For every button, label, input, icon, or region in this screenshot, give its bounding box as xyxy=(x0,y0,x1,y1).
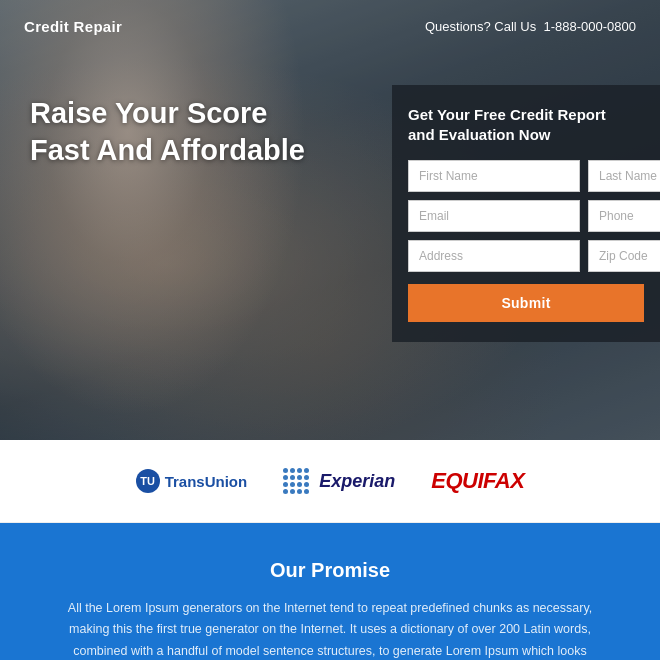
submit-button[interactable]: Submit xyxy=(408,284,644,322)
form-row-name xyxy=(408,160,644,192)
hero-text: Raise Your Score Fast And Affordable xyxy=(30,85,392,169)
transunion-logo: TU TransUnion xyxy=(136,469,248,493)
form-row-address xyxy=(408,240,644,272)
promise-heading: Our Promise xyxy=(60,559,600,582)
email-input[interactable] xyxy=(408,200,580,232)
zip-input[interactable] xyxy=(588,240,660,272)
phone-label: Questions? Call Us xyxy=(425,19,536,34)
hero-section: Credit Repair Questions? Call Us 1-888-0… xyxy=(0,0,660,440)
equifax-logo: EQUIFAX xyxy=(431,468,524,494)
promise-section: Our Promise All the Lorem Ipsum generato… xyxy=(0,523,660,660)
phone-number: 1-888-000-0800 xyxy=(543,19,636,34)
tu-icon: TU xyxy=(136,469,160,493)
address-input[interactable] xyxy=(408,240,580,272)
site-logo: Credit Repair xyxy=(24,18,122,35)
hero-headline: Raise Your Score Fast And Affordable xyxy=(30,95,392,169)
experian-logo: Experian xyxy=(283,468,395,494)
site-header: Credit Repair Questions? Call Us 1-888-0… xyxy=(0,0,660,53)
experian-label: Experian xyxy=(319,471,395,492)
transunion-label: TransUnion xyxy=(165,473,248,490)
form-row-email-phone xyxy=(408,200,644,232)
logos-section: TU TransUnion Experian EQUIFAX xyxy=(0,440,660,523)
last-name-input[interactable] xyxy=(588,160,660,192)
lead-form-card: Get Your Free Credit Report and Evaluati… xyxy=(392,85,660,342)
header-phone: Questions? Call Us 1-888-000-0800 xyxy=(425,19,636,34)
hero-inner: Raise Your Score Fast And Affordable Get… xyxy=(0,55,660,440)
equifax-label: EQUIFAX xyxy=(431,468,524,493)
promise-body: All the Lorem Ipsum generators on the In… xyxy=(60,598,600,660)
experian-dots-icon xyxy=(283,468,313,494)
first-name-input[interactable] xyxy=(408,160,580,192)
phone-input[interactable] xyxy=(588,200,660,232)
form-title: Get Your Free Credit Report and Evaluati… xyxy=(408,105,644,146)
